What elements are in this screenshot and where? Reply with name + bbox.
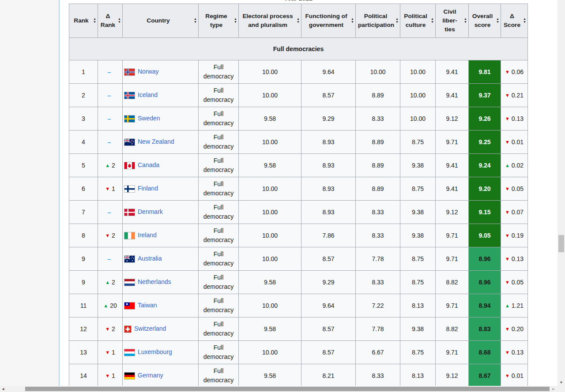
score-cell: 9.41 <box>436 60 469 84</box>
country-flag-icon <box>124 68 135 76</box>
regime-type-cell: Full democracy <box>199 224 239 247</box>
column-header[interactable]: Δ Score ▲ ▼ <box>501 4 528 38</box>
score-cell: 7.86 <box>301 224 356 247</box>
column-header[interactable]: Political culture ▲ ▼ <box>400 4 436 38</box>
scroll-left-button[interactable]: ◄ <box>0 386 6 392</box>
regime-type-cell: Full democracy <box>199 247 239 271</box>
score-cell: 8.89 <box>356 154 400 177</box>
column-header[interactable]: Overall score ▲ ▼ <box>469 4 501 38</box>
column-header-label: Political participation <box>358 13 394 28</box>
sort-desc-icon: ▼ <box>396 20 399 23</box>
country-flag-icon <box>124 372 135 380</box>
delta-score-icon: ▼ <box>505 116 510 121</box>
horizontal-scrollbar-thumb[interactable] <box>25 387 550 391</box>
column-header-label: Rank <box>74 17 88 24</box>
score-cell: 9.29 <box>301 271 356 294</box>
score-cell: 9.38 <box>400 201 436 224</box>
delta-rank-cell: – <box>98 131 123 154</box>
overall-score-cell: 8.96 <box>469 247 501 271</box>
score-cell: 9.38 <box>400 154 436 177</box>
country-flag-icon <box>124 209 135 216</box>
country-link[interactable]: Ireland <box>138 231 157 239</box>
table-row: 8 ▼2 Ireland Full democracy 10.00 7.86 8… <box>69 224 528 247</box>
country-link[interactable]: Netherlands <box>138 278 171 285</box>
score-cell: 9.71 <box>436 131 469 154</box>
country-link[interactable]: Germany <box>138 372 163 379</box>
score-cell: 9.64 <box>301 60 356 84</box>
country-cell: Finland <box>123 177 199 201</box>
score-cell: 8.75 <box>400 247 436 271</box>
delta-rank-icon: ▼ <box>105 326 110 332</box>
country-link[interactable]: Finland <box>138 185 158 192</box>
score-cell: 10.00 <box>239 247 301 271</box>
country-link[interactable]: Switzerland <box>134 325 166 332</box>
sort-icon: ▲ ▼ <box>396 17 399 23</box>
table-row: 12 ▼2 Switzerland Full democracy 9.58 8.… <box>69 317 528 341</box>
country-link[interactable]: Sweden <box>138 115 160 122</box>
column-header[interactable]: Political participation ▲ ▼ <box>356 4 400 38</box>
rank-cell: 7 <box>69 201 98 224</box>
country-link[interactable]: Taiwan <box>138 302 157 309</box>
table-row: 1 – Norway Full democracy 10.00 9.64 10.… <box>69 60 528 84</box>
score-cell: 10.00 <box>239 224 301 247</box>
sort-asc-icon: ▲ <box>496 17 499 20</box>
score-cell: 9.41 <box>436 84 469 107</box>
delta-rank-value: 1 <box>112 349 115 356</box>
score-cell: 8.33 <box>356 201 400 224</box>
delta-rank-cell: – <box>98 60 123 84</box>
column-header[interactable]: Δ Rank ▲ ▼ <box>98 4 123 38</box>
sort-desc-icon: ▼ <box>351 20 354 23</box>
column-header[interactable]: Regime type ▲ ▼ <box>199 4 239 38</box>
vertical-scrollbar-thumb[interactable] <box>558 235 564 252</box>
score-cell: 8.33 <box>356 271 400 294</box>
delta-score-cell: ▼0.20 <box>501 317 528 341</box>
country-link[interactable]: Canada <box>138 161 159 168</box>
sort-desc-icon: ▼ <box>496 20 499 23</box>
country-flag-icon <box>124 279 135 286</box>
column-header[interactable]: Civil liber-ties ▲ ▼ <box>436 4 469 38</box>
vertical-scrollbar[interactable]: ▼ <box>557 0 565 386</box>
rank-cell: 3 <box>69 107 98 131</box>
scroll-right-button[interactable]: ► <box>550 386 557 392</box>
overall-score-cell: 9.24 <box>469 154 501 177</box>
score-cell: 8.21 <box>301 364 356 388</box>
country-flag-icon <box>124 138 135 146</box>
sort-icon: ▲ ▼ <box>297 17 300 23</box>
regime-type-cell: Full democracy <box>199 154 239 177</box>
delta-score-value: 0.07 <box>512 209 524 216</box>
country-link[interactable]: Australia <box>138 255 162 262</box>
table-row: 7 – Denmark Full democracy 10.00 8.93 8.… <box>69 201 528 224</box>
scroll-down-button[interactable]: ▼ <box>557 379 565 386</box>
score-cell: 10.00 <box>400 84 436 107</box>
country-link[interactable]: Iceland <box>138 91 158 98</box>
sort-desc-icon: ▼ <box>464 20 467 23</box>
country-link[interactable]: Luxembourg <box>138 348 172 355</box>
delta-score-icon: ▼ <box>505 256 510 261</box>
regime-type-cell: Full democracy <box>199 294 239 317</box>
score-cell: 7.78 <box>356 247 400 271</box>
column-header[interactable]: Functioning of government ▲ ▼ <box>301 4 356 38</box>
delta-rank-icon: – <box>107 209 111 216</box>
score-cell: 8.75 <box>400 341 436 364</box>
horizontal-scrollbar[interactable]: ◄ ► <box>0 386 557 392</box>
column-header[interactable]: Country ▲ ▼ <box>123 4 199 38</box>
score-cell: 8.89 <box>356 131 400 154</box>
column-header[interactable]: Electoral process and pluralism ▲ ▼ <box>239 4 301 38</box>
country-link[interactable]: Norway <box>138 68 158 75</box>
overall-score-cell: 8.94 <box>469 294 501 317</box>
column-header[interactable]: Rank ▲ ▼ <box>69 4 98 38</box>
score-cell: 8.33 <box>356 224 400 247</box>
sort-asc-icon: ▲ <box>523 17 526 20</box>
delta-score-cell: ▼0.01 <box>501 131 528 154</box>
sort-icon: ▲ ▼ <box>523 17 526 23</box>
delta-rank-value: 2 <box>112 279 115 286</box>
country-link[interactable]: Denmark <box>138 208 163 215</box>
score-cell: 8.33 <box>356 107 400 131</box>
country-flag-icon <box>124 302 135 310</box>
delta-rank-cell: ▼1 <box>98 177 123 201</box>
rank-cell: 8 <box>69 224 98 247</box>
country-link[interactable]: New Zealand <box>138 138 174 145</box>
rank-cell: 14 <box>69 364 98 388</box>
scrollbar-corner <box>557 386 565 392</box>
score-cell: 8.93 <box>301 154 356 177</box>
